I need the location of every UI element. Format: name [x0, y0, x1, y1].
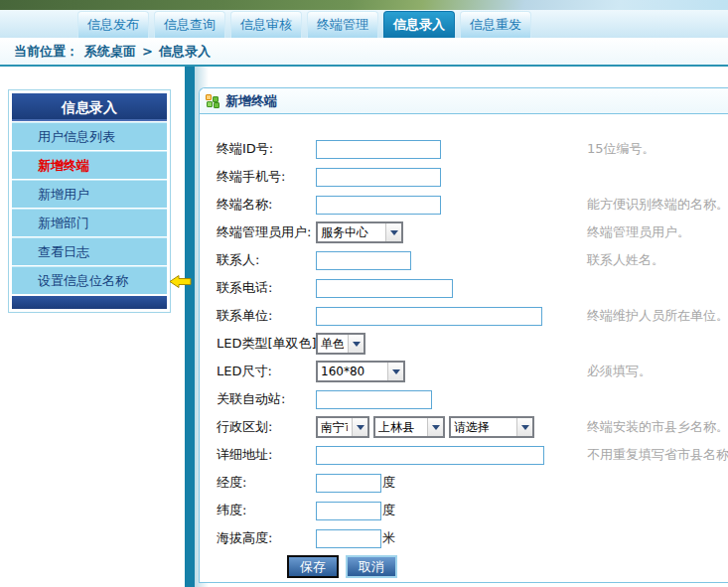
terminal-admin-select: 服务中心	[316, 221, 403, 243]
terminal-admin-field: 服务中心	[316, 221, 407, 243]
auto-station-field	[316, 390, 432, 409]
contact-phone-label: 联系电话:	[217, 279, 316, 297]
tab-信息查询[interactable]: 信息查询	[154, 11, 225, 38]
form-row-terminal-name: 终端名称:能方便识别终端的名称。	[217, 191, 728, 219]
longitude-label: 经度:	[217, 474, 316, 492]
sidebar-menu: 信息录入 用户信息列表新增终端新增用户新增部门查看日志设置信息位名称	[8, 89, 171, 313]
led-type-dropdown[interactable]: 单色	[316, 333, 365, 355]
contact-unit-hint: 终端维护人员所在单位。	[587, 307, 728, 325]
breadcrumb: 当前位置： 系统桌面 > 信息录入	[0, 38, 728, 67]
form-row-terminal-id: 终端ID号:15位编号。	[217, 135, 728, 163]
sidebar-item-新增部门[interactable]: 新增部门	[12, 209, 167, 236]
terminal-phone-input[interactable]	[316, 168, 441, 187]
tab-信息重发[interactable]: 信息重发	[460, 11, 531, 38]
tab-信息发布[interactable]: 信息发布	[77, 11, 149, 38]
sidebar-item-用户信息列表[interactable]: 用户信息列表	[12, 122, 167, 150]
sidebar-title: 信息录入	[12, 93, 167, 121]
terminal-id-label: 终端ID号:	[217, 140, 316, 158]
form-row-terminal-phone: 终端手机号:	[217, 163, 728, 191]
form-buttons-row: 保存取消	[287, 555, 728, 578]
contact-person-label: 联系人:	[217, 251, 316, 269]
longitude-input[interactable]	[316, 474, 381, 493]
form-row-admin-region: 行政区划:南宁市上林县请选择终端安装的市县乡名称。	[217, 413, 728, 441]
tab-信息录入[interactable]: 信息录入	[383, 11, 455, 38]
contact-person-field	[316, 251, 411, 270]
save-button[interactable]: 保存	[287, 555, 339, 578]
sidebar-item-查看日志[interactable]: 查看日志	[12, 237, 167, 265]
longitude-field: 度	[316, 474, 395, 493]
admin-region-field: 南宁市上林县请选择	[316, 416, 538, 438]
auto-station-input[interactable]	[316, 390, 432, 409]
altitude-unit: 米	[382, 529, 395, 547]
led-size-dropdown[interactable]: 160*80	[316, 361, 405, 382]
new-terminal-form: 终端ID号:15位编号。终端手机号:终端名称:能方便识别终端的名称。终端管理员用…	[200, 114, 728, 578]
latitude-label: 纬度:	[217, 502, 316, 519]
terminal-name-input[interactable]	[316, 196, 441, 215]
contact-phone-field	[316, 279, 453, 298]
address-hint: 不用重复填写省市县名称。	[587, 446, 728, 464]
tab-终端管理[interactable]: 终端管理	[307, 11, 378, 38]
admin-region-0-select: 南宁市	[316, 416, 369, 438]
contact-unit-input[interactable]	[316, 307, 542, 326]
terminal-admin-hint: 终端管理员用户。	[587, 223, 690, 241]
breadcrumb-separator: >	[142, 44, 153, 59]
form-row-longitude: 经度:度	[217, 469, 728, 497]
form-row-contact-person: 联系人:联系人姓名。	[217, 246, 728, 274]
address-field	[316, 446, 544, 465]
tab-信息审核[interactable]: 信息审核	[230, 11, 302, 38]
terminal-admin-dropdown[interactable]: 服务中心	[316, 221, 403, 243]
cancel-button[interactable]: 取消	[346, 555, 397, 578]
form-row-latitude: 纬度:度	[217, 497, 728, 524]
address-input[interactable]	[316, 446, 544, 465]
latitude-field: 度	[316, 502, 395, 520]
admin-region-2-dropdown[interactable]: 请选择	[449, 416, 534, 438]
yellow-arrow-icon	[169, 274, 192, 293]
admin-region-0-dropdown[interactable]: 南宁市	[316, 416, 369, 438]
sidebar-bottom-bar	[12, 296, 167, 309]
terminal-id-field	[316, 140, 441, 159]
form-row-contact-unit: 联系单位:终端维护人员所在单位。	[217, 302, 728, 330]
panel-header: 新增终端	[200, 88, 728, 114]
form-row-led-type: LED类型[单双色]:单色	[217, 330, 728, 358]
terminal-name-field	[316, 196, 441, 215]
latitude-input[interactable]	[316, 502, 381, 520]
altitude-field: 米	[316, 529, 395, 548]
admin-region-hint: 终端安装的市县乡名称。	[587, 418, 728, 436]
terminal-id-hint: 15位编号。	[587, 140, 655, 158]
new-terminal-panel: 新增终端 终端ID号:15位编号。终端手机号:终端名称:能方便识别终端的名称。终…	[199, 87, 728, 583]
contact-person-input[interactable]	[316, 251, 411, 270]
admin-region-1-select: 上林县	[373, 416, 445, 438]
admin-region-1-dropdown[interactable]: 上林县	[373, 416, 445, 438]
terminal-phone-field	[316, 168, 441, 187]
breadcrumb-prefix: 当前位置：	[14, 43, 78, 61]
contact-phone-input[interactable]	[316, 279, 453, 298]
grid-icon	[206, 94, 219, 108]
led-size-field: 160*80	[316, 361, 409, 382]
terminal-id-input[interactable]	[316, 140, 441, 159]
tabs-container: 信息发布信息查询信息审核终端管理信息录入信息重发	[77, 11, 536, 38]
top-photo-banner	[0, 0, 728, 10]
breadcrumb-home-link[interactable]: 系统桌面	[84, 43, 136, 61]
panel-title: 新增终端	[225, 92, 277, 110]
latitude-unit: 度	[382, 502, 395, 519]
vertical-divider	[185, 67, 195, 587]
form-row-altitude: 海拔高度:米	[217, 524, 728, 552]
breadcrumb-current: 信息录入	[159, 43, 211, 61]
longitude-unit: 度	[382, 474, 395, 492]
led-type-select: 单色	[316, 333, 365, 355]
sidebar-item-新增用户[interactable]: 新增用户	[12, 180, 167, 208]
sidebar-item-新增终端[interactable]: 新增终端	[12, 151, 167, 179]
terminal-name-hint: 能方便识别终端的名称。	[587, 196, 728, 214]
sidebar-item-设置信息位名称[interactable]: 设置信息位名称	[12, 266, 167, 294]
form-row-contact-phone: 联系电话:	[217, 274, 728, 302]
contact-unit-field	[316, 307, 542, 326]
admin-region-2-select: 请选择	[449, 416, 534, 438]
form-row-auto-station: 关联自动站:	[217, 385, 728, 413]
address-label: 详细地址:	[217, 446, 316, 464]
form-row-led-size: LED尺寸:160*80必须填写。	[217, 358, 728, 385]
altitude-input[interactable]	[316, 529, 381, 548]
auto-station-label: 关联自动站:	[217, 390, 316, 408]
led-size-label: LED尺寸:	[217, 363, 316, 380]
main-tab-bar: 信息发布信息查询信息审核终端管理信息录入信息重发	[0, 10, 728, 38]
contact-person-hint: 联系人姓名。	[587, 251, 664, 269]
